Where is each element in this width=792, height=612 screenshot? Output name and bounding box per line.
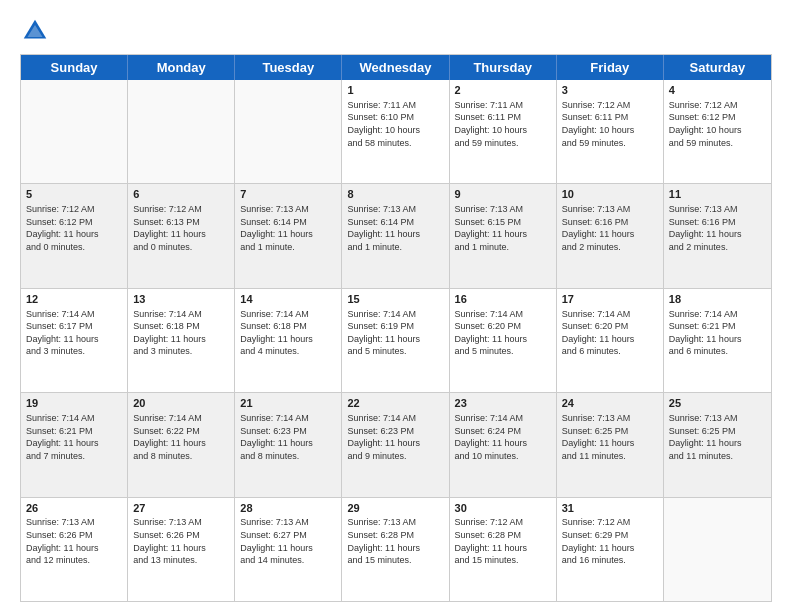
day-cell-23: 23Sunrise: 7:14 AM Sunset: 6:24 PM Dayli… <box>450 393 557 496</box>
day-cell-3: 3Sunrise: 7:12 AM Sunset: 6:11 PM Daylig… <box>557 80 664 183</box>
calendar-row-5: 26Sunrise: 7:13 AM Sunset: 6:26 PM Dayli… <box>21 497 771 601</box>
day-cell-28: 28Sunrise: 7:13 AM Sunset: 6:27 PM Dayli… <box>235 498 342 601</box>
calendar-header: SundayMondayTuesdayWednesdayThursdayFrid… <box>21 55 771 80</box>
day-number: 8 <box>347 187 443 202</box>
weekday-header-friday: Friday <box>557 55 664 80</box>
day-cell-22: 22Sunrise: 7:14 AM Sunset: 6:23 PM Dayli… <box>342 393 449 496</box>
day-number: 23 <box>455 396 551 411</box>
day-info: Sunrise: 7:12 AM Sunset: 6:12 PM Dayligh… <box>26 203 122 253</box>
day-cell-29: 29Sunrise: 7:13 AM Sunset: 6:28 PM Dayli… <box>342 498 449 601</box>
day-info: Sunrise: 7:14 AM Sunset: 6:23 PM Dayligh… <box>240 412 336 462</box>
day-number: 26 <box>26 501 122 516</box>
day-number: 18 <box>669 292 766 307</box>
calendar-row-1: 1Sunrise: 7:11 AM Sunset: 6:10 PM Daylig… <box>21 80 771 183</box>
day-number: 12 <box>26 292 122 307</box>
day-info: Sunrise: 7:12 AM Sunset: 6:28 PM Dayligh… <box>455 516 551 566</box>
day-cell-6: 6Sunrise: 7:12 AM Sunset: 6:13 PM Daylig… <box>128 184 235 287</box>
day-cell-20: 20Sunrise: 7:14 AM Sunset: 6:22 PM Dayli… <box>128 393 235 496</box>
weekday-header-tuesday: Tuesday <box>235 55 342 80</box>
day-number: 22 <box>347 396 443 411</box>
day-cell-empty <box>664 498 771 601</box>
day-cell-26: 26Sunrise: 7:13 AM Sunset: 6:26 PM Dayli… <box>21 498 128 601</box>
weekday-header-sunday: Sunday <box>21 55 128 80</box>
day-number: 10 <box>562 187 658 202</box>
day-info: Sunrise: 7:12 AM Sunset: 6:29 PM Dayligh… <box>562 516 658 566</box>
day-number: 19 <box>26 396 122 411</box>
weekday-header-wednesday: Wednesday <box>342 55 449 80</box>
day-cell-1: 1Sunrise: 7:11 AM Sunset: 6:10 PM Daylig… <box>342 80 449 183</box>
day-number: 13 <box>133 292 229 307</box>
day-info: Sunrise: 7:13 AM Sunset: 6:25 PM Dayligh… <box>669 412 766 462</box>
day-number: 9 <box>455 187 551 202</box>
day-cell-empty <box>21 80 128 183</box>
page: SundayMondayTuesdayWednesdayThursdayFrid… <box>0 0 792 612</box>
day-info: Sunrise: 7:12 AM Sunset: 6:11 PM Dayligh… <box>562 99 658 149</box>
day-cell-17: 17Sunrise: 7:14 AM Sunset: 6:20 PM Dayli… <box>557 289 664 392</box>
calendar-row-2: 5Sunrise: 7:12 AM Sunset: 6:12 PM Daylig… <box>21 183 771 287</box>
day-number: 2 <box>455 83 551 98</box>
day-cell-27: 27Sunrise: 7:13 AM Sunset: 6:26 PM Dayli… <box>128 498 235 601</box>
weekday-header-thursday: Thursday <box>450 55 557 80</box>
day-number: 24 <box>562 396 658 411</box>
logo <box>20 16 54 46</box>
day-cell-12: 12Sunrise: 7:14 AM Sunset: 6:17 PM Dayli… <box>21 289 128 392</box>
day-number: 6 <box>133 187 229 202</box>
day-info: Sunrise: 7:14 AM Sunset: 6:23 PM Dayligh… <box>347 412 443 462</box>
day-info: Sunrise: 7:14 AM Sunset: 6:20 PM Dayligh… <box>455 308 551 358</box>
day-cell-4: 4Sunrise: 7:12 AM Sunset: 6:12 PM Daylig… <box>664 80 771 183</box>
day-info: Sunrise: 7:12 AM Sunset: 6:13 PM Dayligh… <box>133 203 229 253</box>
day-info: Sunrise: 7:13 AM Sunset: 6:28 PM Dayligh… <box>347 516 443 566</box>
day-info: Sunrise: 7:14 AM Sunset: 6:19 PM Dayligh… <box>347 308 443 358</box>
day-cell-15: 15Sunrise: 7:14 AM Sunset: 6:19 PM Dayli… <box>342 289 449 392</box>
day-info: Sunrise: 7:13 AM Sunset: 6:26 PM Dayligh… <box>26 516 122 566</box>
day-number: 29 <box>347 501 443 516</box>
day-cell-19: 19Sunrise: 7:14 AM Sunset: 6:21 PM Dayli… <box>21 393 128 496</box>
day-number: 28 <box>240 501 336 516</box>
day-info: Sunrise: 7:14 AM Sunset: 6:21 PM Dayligh… <box>26 412 122 462</box>
day-cell-9: 9Sunrise: 7:13 AM Sunset: 6:15 PM Daylig… <box>450 184 557 287</box>
day-cell-5: 5Sunrise: 7:12 AM Sunset: 6:12 PM Daylig… <box>21 184 128 287</box>
day-cell-21: 21Sunrise: 7:14 AM Sunset: 6:23 PM Dayli… <box>235 393 342 496</box>
day-info: Sunrise: 7:13 AM Sunset: 6:25 PM Dayligh… <box>562 412 658 462</box>
calendar-body: 1Sunrise: 7:11 AM Sunset: 6:10 PM Daylig… <box>21 80 771 601</box>
day-number: 30 <box>455 501 551 516</box>
day-info: Sunrise: 7:13 AM Sunset: 6:15 PM Dayligh… <box>455 203 551 253</box>
day-info: Sunrise: 7:14 AM Sunset: 6:24 PM Dayligh… <box>455 412 551 462</box>
calendar-row-4: 19Sunrise: 7:14 AM Sunset: 6:21 PM Dayli… <box>21 392 771 496</box>
day-info: Sunrise: 7:11 AM Sunset: 6:11 PM Dayligh… <box>455 99 551 149</box>
day-number: 17 <box>562 292 658 307</box>
header <box>20 16 772 46</box>
day-cell-24: 24Sunrise: 7:13 AM Sunset: 6:25 PM Dayli… <box>557 393 664 496</box>
day-info: Sunrise: 7:13 AM Sunset: 6:14 PM Dayligh… <box>240 203 336 253</box>
weekday-header-monday: Monday <box>128 55 235 80</box>
day-number: 27 <box>133 501 229 516</box>
day-info: Sunrise: 7:13 AM Sunset: 6:26 PM Dayligh… <box>133 516 229 566</box>
day-number: 14 <box>240 292 336 307</box>
day-number: 25 <box>669 396 766 411</box>
day-cell-2: 2Sunrise: 7:11 AM Sunset: 6:11 PM Daylig… <box>450 80 557 183</box>
day-cell-empty <box>235 80 342 183</box>
day-cell-14: 14Sunrise: 7:14 AM Sunset: 6:18 PM Dayli… <box>235 289 342 392</box>
day-cell-31: 31Sunrise: 7:12 AM Sunset: 6:29 PM Dayli… <box>557 498 664 601</box>
day-info: Sunrise: 7:14 AM Sunset: 6:22 PM Dayligh… <box>133 412 229 462</box>
day-cell-16: 16Sunrise: 7:14 AM Sunset: 6:20 PM Dayli… <box>450 289 557 392</box>
day-info: Sunrise: 7:14 AM Sunset: 6:18 PM Dayligh… <box>133 308 229 358</box>
day-info: Sunrise: 7:11 AM Sunset: 6:10 PM Dayligh… <box>347 99 443 149</box>
day-info: Sunrise: 7:13 AM Sunset: 6:27 PM Dayligh… <box>240 516 336 566</box>
day-number: 3 <box>562 83 658 98</box>
day-number: 16 <box>455 292 551 307</box>
day-number: 20 <box>133 396 229 411</box>
day-info: Sunrise: 7:14 AM Sunset: 6:20 PM Dayligh… <box>562 308 658 358</box>
day-cell-18: 18Sunrise: 7:14 AM Sunset: 6:21 PM Dayli… <box>664 289 771 392</box>
day-cell-10: 10Sunrise: 7:13 AM Sunset: 6:16 PM Dayli… <box>557 184 664 287</box>
calendar-row-3: 12Sunrise: 7:14 AM Sunset: 6:17 PM Dayli… <box>21 288 771 392</box>
logo-icon <box>20 16 50 46</box>
day-number: 21 <box>240 396 336 411</box>
day-cell-empty <box>128 80 235 183</box>
day-info: Sunrise: 7:13 AM Sunset: 6:16 PM Dayligh… <box>669 203 766 253</box>
day-cell-30: 30Sunrise: 7:12 AM Sunset: 6:28 PM Dayli… <box>450 498 557 601</box>
day-cell-11: 11Sunrise: 7:13 AM Sunset: 6:16 PM Dayli… <box>664 184 771 287</box>
day-cell-25: 25Sunrise: 7:13 AM Sunset: 6:25 PM Dayli… <box>664 393 771 496</box>
weekday-header-saturday: Saturday <box>664 55 771 80</box>
day-number: 4 <box>669 83 766 98</box>
